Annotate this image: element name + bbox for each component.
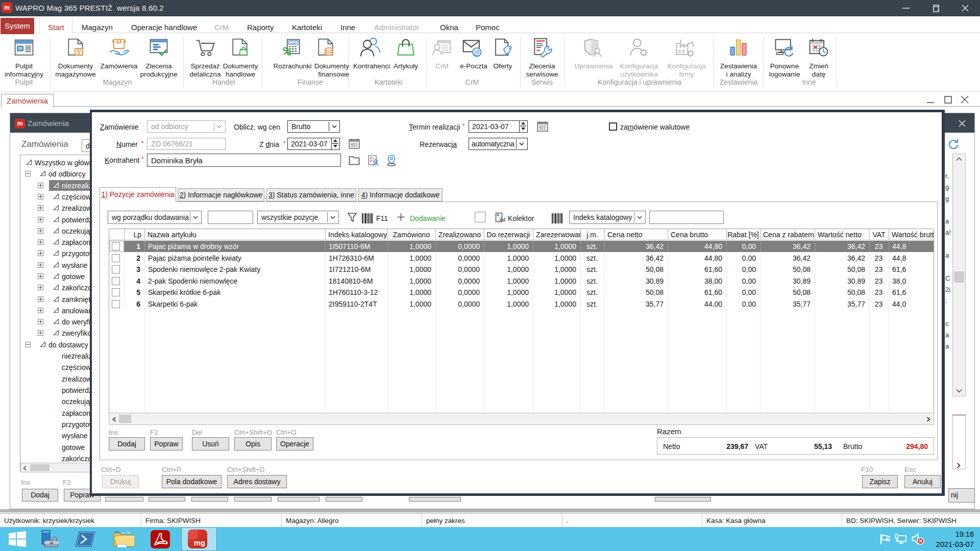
svg-text:0.00: 0.00 (290, 41, 297, 44)
svg-text:@: @ (474, 48, 480, 56)
